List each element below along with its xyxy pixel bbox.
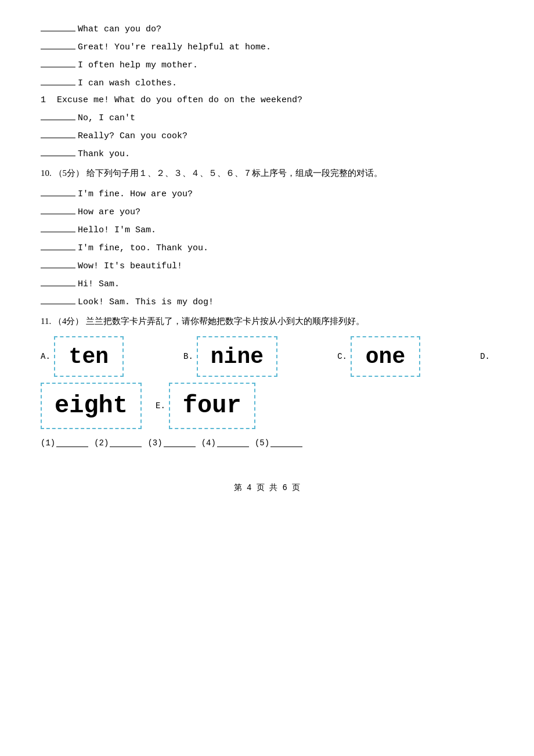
q1-text: Excuse me! What do you often do on the w… [57,95,302,105]
q1-label: 1 [41,95,57,105]
text-q10-4: I'm fine, too. Thank you. [78,243,208,253]
card-nine: nine [197,336,277,377]
q10-lines: I'm fine. How are you? How are you? Hell… [41,188,493,307]
answer-4-label: (4) [201,438,216,448]
text-q10-6: Hi! Sam. [78,279,120,289]
line-4: I can wash clothes. [41,77,493,88]
text-q1-1: No, I can't [78,113,135,123]
blank-q1-3 [41,148,75,156]
text-q1-2: Really? Can you cook? [78,131,187,141]
line-2: Great! You're really helpful at home. [41,41,493,52]
card-ten: ten [54,336,124,377]
q10-header: 10. （5分） 给下列句子用１、２、３、４、５、６、７标上序号，组成一段完整的… [41,166,493,180]
text-q1-3: Thank you. [78,149,130,159]
blank-q1-2 [41,130,75,138]
q1-line-1: No, I can't [41,112,493,123]
answer-row: (1) (2) (3) (4) (5) [41,438,493,448]
q11-label: 11. [41,316,51,326]
footer-text: 第 4 页 共 6 页 [234,483,301,492]
answer-3-blank [164,439,196,447]
q11-score: （4分） [53,316,84,326]
answer-2-label: (2) [94,438,109,448]
blank-2 [41,41,75,49]
text-3: I often help my mother. [78,60,198,70]
blank-1 [41,23,75,31]
blank-q10-4 [41,242,75,250]
blank-q10-3 [41,224,75,232]
answer-4: (4) [201,438,249,448]
q11-desc: 兰兰把数字卡片弄乱了，请你帮她把数字卡片按从小到大的顺序排列好。 [86,316,365,326]
line-3: I often help my mother. [41,59,493,70]
answer-5-blank [270,439,302,447]
blank-q10-6 [41,278,75,286]
q10-score: （5分） [54,168,85,178]
q11-header: 11. （4分） 兰兰把数字卡片弄乱了，请你帮她把数字卡片按从小到大的顺序排列好… [41,314,493,328]
card-b-label: B. [183,352,193,361]
q10-line-5: Wow! It's beautiful! [41,260,493,271]
q10-line-7: Look! Sam. This is my dog! [41,296,493,307]
blank-q10-5 [41,260,75,268]
q10-label: 10. [41,168,52,178]
blank-q10-7 [41,296,75,304]
q10-line-6: Hi! Sam. [41,278,493,289]
card-e-label: E. [156,401,165,411]
answer-5-label: (5) [255,438,269,448]
card-one: one [351,336,420,377]
q10-line-2: How are you? [41,206,493,217]
q1-lines: No, I can't Really? Can you cook? Thank … [41,112,493,159]
text-q10-7: Look! Sam. This is my dog! [78,297,214,307]
card-eight: eight [41,383,142,429]
text-4: I can wash clothes. [78,78,177,88]
cards-row2: eight E. four [41,383,493,429]
cards-row1: A. ten B. nine C. one D. [41,336,493,377]
blank-4 [41,77,75,85]
text-1: What can you do? [78,24,161,34]
blank-q10-2 [41,206,75,214]
answer-2-blank [110,439,142,447]
card-four: four [169,383,255,429]
q10-desc: 给下列句子用１、２、３、４、５、６、７标上序号，组成一段完整的对话。 [86,168,383,178]
text-q10-1: I'm fine. How are you? [78,189,193,199]
answer-4-blank [217,439,249,447]
q10-line-4: I'm fine, too. Thank you. [41,242,493,253]
blank-3 [41,59,75,67]
page-footer: 第 4 页 共 6 页 [41,483,493,493]
text-q10-2: How are you? [78,207,140,217]
blank-q10-1 [41,188,75,196]
answer-5: (5) [255,438,302,448]
answer-3-label: (3) [147,438,162,448]
q1-line-3: Thank you. [41,148,493,159]
text-2: Great! You're really helpful at home. [78,42,271,52]
answer-1: (1) [41,438,88,448]
answer-2: (2) [94,438,142,448]
text-q10-5: Wow! It's beautiful! [78,261,182,271]
card-c-label: C. [337,352,347,361]
answer-1-label: (1) [41,438,55,448]
line-1: What can you do? [41,23,493,34]
q10-line-1: I'm fine. How are you? [41,188,493,199]
q10-line-3: Hello! I'm Sam. [41,224,493,235]
q1-line-2: Really? Can you cook? [41,130,493,141]
answer-1-blank [56,439,88,447]
top-lines-section: What can you do? Great! You're really he… [41,23,493,88]
answer-3: (3) [147,438,195,448]
q1-header: 1 Excuse me! What do you often do on the… [41,95,493,105]
text-q10-3: Hello! I'm Sam. [78,225,156,235]
card-a-label: A. [41,352,50,361]
card-d-label: D. [480,352,490,361]
blank-q1-1 [41,112,75,120]
